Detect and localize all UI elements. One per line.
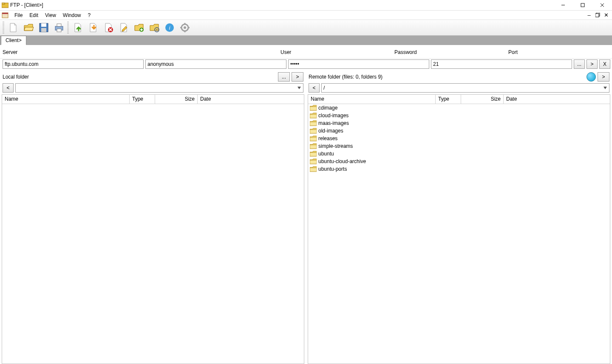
remote-path-dropdown-icon[interactable] bbox=[601, 84, 609, 92]
file-name: ubuntu bbox=[318, 151, 334, 157]
list-item[interactable]: releases bbox=[308, 135, 610, 142]
remote-folder-header: Remote folder (files: 0, folders 9) > bbox=[306, 71, 612, 82]
folder-icon bbox=[310, 105, 317, 111]
folder-icon bbox=[310, 166, 317, 172]
toolbar-delete-icon[interactable] bbox=[101, 20, 116, 35]
folder-icon bbox=[310, 151, 317, 157]
svg-rect-15 bbox=[57, 29, 61, 32]
connect-button[interactable]: > bbox=[586, 59, 598, 69]
local-file-body[interactable] bbox=[2, 104, 304, 364]
toolbar-info-icon[interactable]: i bbox=[162, 20, 177, 35]
local-col-name[interactable]: Name bbox=[2, 95, 130, 104]
server-input[interactable] bbox=[3, 59, 144, 69]
connection-labels: Server User Password Port bbox=[0, 45, 612, 59]
list-item[interactable]: simple-streams bbox=[308, 142, 610, 150]
local-path-input[interactable] bbox=[15, 83, 303, 93]
list-item[interactable]: cloud-images bbox=[308, 112, 610, 119]
password-label: Password bbox=[394, 49, 417, 55]
local-back-button[interactable]: < bbox=[3, 83, 14, 93]
folder-icon bbox=[310, 143, 317, 149]
user-input[interactable] bbox=[145, 59, 286, 69]
folder-icon bbox=[310, 158, 317, 164]
folder-icon bbox=[310, 135, 317, 141]
mdi-minimize-button[interactable]: – bbox=[586, 12, 592, 19]
list-item[interactable]: old-images bbox=[308, 127, 610, 135]
toolbar-grip-2[interactable] bbox=[67, 22, 69, 34]
list-item[interactable]: ubuntu bbox=[308, 150, 610, 158]
menu-view[interactable]: View bbox=[42, 11, 60, 19]
remote-col-date[interactable]: Date bbox=[504, 95, 610, 104]
menu-file[interactable]: File bbox=[11, 11, 26, 19]
remote-columns: Name Type Size Date bbox=[308, 95, 610, 104]
remote-path-row: < bbox=[306, 82, 612, 94]
toolbar: i bbox=[0, 20, 612, 36]
toolbar-settings-icon[interactable] bbox=[178, 20, 192, 35]
local-col-type[interactable]: Type bbox=[130, 95, 155, 104]
password-input[interactable] bbox=[288, 59, 429, 69]
app-icon bbox=[2, 2, 8, 8]
list-item[interactable]: ubuntu-ports bbox=[308, 165, 610, 173]
menu-help[interactable]: ? bbox=[85, 11, 94, 19]
local-col-size[interactable]: Size bbox=[155, 95, 198, 104]
remote-folder-go-button[interactable]: > bbox=[598, 72, 609, 82]
remote-file-body[interactable]: cdimagecloud-imagesmaas-imagesold-images… bbox=[308, 104, 610, 364]
tabstrip: Client> bbox=[0, 36, 612, 45]
svg-rect-7 bbox=[2, 13, 8, 14]
toolbar-print-icon[interactable] bbox=[52, 20, 66, 35]
toolbar-new-folder-icon[interactable] bbox=[132, 20, 146, 35]
connection-inputs: ... > X bbox=[0, 59, 612, 71]
svg-rect-9 bbox=[595, 14, 599, 17]
remote-col-size[interactable]: Size bbox=[461, 95, 504, 104]
menu-edit[interactable]: Edit bbox=[26, 11, 42, 19]
list-item[interactable]: maas-images bbox=[308, 119, 610, 127]
port-input[interactable] bbox=[431, 59, 572, 69]
toolbar-download-icon[interactable] bbox=[86, 20, 100, 35]
toolbar-edit-icon[interactable] bbox=[116, 20, 131, 35]
tab-client[interactable]: Client> bbox=[1, 36, 26, 45]
svg-rect-12 bbox=[41, 28, 46, 32]
toolbar-save-icon[interactable] bbox=[37, 20, 51, 35]
svg-text:i: i bbox=[169, 25, 170, 31]
remote-col-name[interactable]: Name bbox=[308, 95, 436, 104]
remote-path-input[interactable] bbox=[321, 83, 609, 93]
file-name: cdimage bbox=[318, 105, 337, 111]
close-button[interactable] bbox=[592, 0, 612, 10]
local-col-date[interactable]: Date bbox=[198, 95, 304, 104]
globe-icon bbox=[586, 72, 596, 82]
remote-col-type[interactable]: Type bbox=[436, 95, 461, 104]
file-name: old-images bbox=[318, 128, 343, 134]
local-folder-browse-button[interactable]: ... bbox=[278, 72, 290, 82]
list-item[interactable]: cdimage bbox=[308, 104, 610, 112]
toolbar-open-icon[interactable] bbox=[21, 20, 36, 35]
menu-window[interactable]: Window bbox=[60, 11, 85, 19]
remote-file-list[interactable]: Name Type Size Date cdimagecloud-imagesm… bbox=[308, 94, 610, 364]
toolbar-new-icon[interactable] bbox=[6, 20, 20, 35]
file-name: maas-images bbox=[318, 120, 349, 126]
remote-folder-label: Remote folder (files: 0, folders 9) bbox=[309, 74, 382, 80]
folder-icon bbox=[310, 113, 317, 119]
list-item[interactable]: ubuntu-cloud-archive bbox=[308, 158, 610, 165]
svg-rect-1 bbox=[2, 3, 5, 4]
file-name: releases bbox=[318, 135, 337, 141]
local-path-dropdown-icon[interactable] bbox=[295, 84, 303, 92]
remote-back-button[interactable]: < bbox=[309, 83, 320, 93]
server-label: Server bbox=[3, 49, 17, 55]
file-name: cloud-images bbox=[318, 113, 348, 119]
mdi-restore-button[interactable] bbox=[594, 12, 601, 19]
window-title: FTP - [Client>] bbox=[10, 2, 43, 8]
minimize-button[interactable] bbox=[553, 0, 573, 10]
window-titlebar: FTP - [Client>] bbox=[0, 0, 612, 10]
local-folder-go-button[interactable]: > bbox=[292, 72, 303, 82]
connection-browse-button[interactable]: ... bbox=[574, 59, 585, 69]
svg-rect-11 bbox=[41, 23, 46, 27]
port-label: Port bbox=[508, 49, 518, 55]
mdi-close-button[interactable]: ✕ bbox=[603, 12, 609, 19]
toolbar-upload-icon[interactable] bbox=[71, 20, 85, 35]
toolbar-folder-settings-icon[interactable] bbox=[147, 20, 162, 35]
local-file-list[interactable]: Name Type Size Date bbox=[2, 94, 304, 364]
maximize-button[interactable] bbox=[573, 0, 592, 10]
disconnect-button[interactable]: X bbox=[599, 59, 610, 69]
toolbar-grip[interactable] bbox=[3, 22, 4, 34]
svg-point-23 bbox=[156, 29, 158, 31]
mdi-child-icon bbox=[2, 12, 8, 19]
